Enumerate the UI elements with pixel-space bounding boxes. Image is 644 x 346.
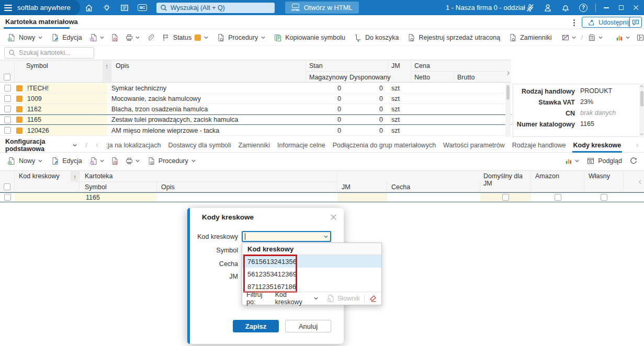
bc-icon[interactable]: BC [133, 0, 151, 15]
table-row[interactable]: !TECH! Symkar techniczny 0 0 szt [0, 83, 511, 94]
barcode-info-button[interactable] [87, 155, 106, 167]
send-button[interactable] [559, 31, 578, 44]
domyslny-checkbox[interactable] [502, 194, 509, 201]
hamburger-menu-icon[interactable] [4, 5, 12, 11]
help-icon[interactable]: ? [574, 0, 592, 15]
delete-doc-button[interactable] [108, 31, 121, 44]
dictionary-button[interactable]: Słownik [326, 294, 360, 303]
card-search-input[interactable] [19, 49, 91, 56]
column-symbol[interactable]: Symbol ↑ [15, 60, 111, 83]
row-checkbox[interactable] [4, 127, 11, 134]
lightbulb-icon[interactable] [98, 0, 116, 15]
tab-informacje-celne[interactable]: Informacje celne [277, 142, 325, 149]
edit-button[interactable]: Edycja [48, 31, 85, 44]
dropdown-option[interactable]: 7615613241356 [242, 255, 381, 268]
column-dysponowany[interactable]: Dysponowany [346, 72, 388, 83]
register-lost-sale-button[interactable]: Rejestruj sprzedaż utraconą [404, 31, 503, 44]
procedures-button[interactable]: Procedury [213, 31, 268, 44]
print-documents-button[interactable] [586, 31, 605, 44]
comments-button[interactable] [629, 17, 642, 28]
column-opis[interactable]: Opis [111, 60, 306, 83]
row-checkbox[interactable] [4, 106, 11, 112]
column-netto[interactable]: Netto [411, 72, 454, 83]
column-symbol[interactable]: Symbol [80, 182, 157, 192]
preview-button[interactable]: Podgląd [583, 155, 625, 167]
barcode-edit-button[interactable]: Edycja [48, 155, 85, 167]
filter-by-selector[interactable]: Kod kreskowy [275, 291, 318, 306]
more-options-kebab-icon[interactable] [570, 18, 578, 27]
dropdown-option[interactable]: 5612353412369 [242, 268, 381, 280]
user-icon[interactable] [539, 0, 557, 15]
sort-ascending-icon[interactable]: ↑ [103, 60, 111, 83]
tabs-scroll-right-icon[interactable] [636, 143, 639, 148]
barcode-delete-button[interactable] [108, 155, 121, 167]
new-button[interactable]: Nowy [4, 31, 46, 44]
column-brutto[interactable]: Brutto [454, 72, 505, 83]
company-selector[interactable]: 1 - Nasza firma 0 - oddział [446, 0, 534, 15]
collapse-panel-chevron[interactable] [638, 179, 642, 184]
barcode-print-button[interactable] [123, 155, 142, 167]
tab-dostawcy[interactable]: Dostawcy dla symboli [168, 142, 231, 149]
table-row[interactable]: 1009 Mocowanie, zacisk hamulcowy 0 0 szt [0, 94, 511, 104]
column-magazynowy[interactable]: Magazynowy [306, 72, 346, 83]
analysis-chart-button[interactable] [613, 31, 632, 44]
global-search-input[interactable] [171, 4, 272, 11]
tab-wartosci-parametrow[interactable]: Wartości parametrów [443, 142, 505, 149]
column-domyslny-dla-jm[interactable]: Domyślny dla JM [480, 171, 531, 192]
column-opis[interactable]: Opis [157, 182, 337, 192]
tab-zamienniki[interactable]: Zamienniki [239, 142, 270, 149]
notifications-bell-icon[interactable] [557, 0, 574, 15]
barcode-chart-button[interactable] [562, 155, 581, 167]
news-icon[interactable] [116, 0, 133, 15]
print-button[interactable] [123, 31, 142, 44]
select-all-checkbox[interactable] [4, 183, 10, 190]
row-checkbox[interactable] [4, 194, 11, 201]
sort-ascending-icon[interactable]: ↑ [71, 171, 79, 182]
barcode-combobox[interactable] [242, 231, 331, 242]
global-search[interactable] [156, 3, 275, 13]
status-button[interactable]: Status [159, 31, 211, 44]
row-checkbox[interactable] [4, 85, 11, 91]
table-row[interactable]: 120426 AM mięso mielone wieprzowe - tack… [0, 125, 511, 136]
dialog-close-icon[interactable] [329, 213, 337, 221]
window-maximize-button[interactable] [614, 0, 628, 15]
tab-lokalizacje[interactable]: :ja na lokalizacjach [106, 142, 161, 149]
add-to-basket-button[interactable]: Do koszyka [351, 31, 402, 44]
tab-kartoteka-materialowa[interactable]: Kartoteka materiałowa [5, 18, 78, 26]
details-scrollbar[interactable] [639, 84, 644, 137]
table-row-selected[interactable]: 1165 Zestaw tulei prowadzących, zacisk h… [0, 114, 511, 125]
save-button[interactable]: Zapisz [233, 320, 279, 332]
share-button[interactable]: Udostępnij [582, 17, 635, 28]
tab-kody-kreskowe[interactable]: Kody kreskowe [573, 142, 622, 149]
row-checkbox[interactable] [4, 95, 11, 102]
wlasny-checkbox[interactable] [601, 194, 607, 201]
tabs-scroll-left-icon[interactable] [96, 143, 99, 148]
tab-selector-dropdown[interactable]: Konfiguracja podstawowa [5, 138, 77, 153]
column-wlasny[interactable]: Własny [584, 171, 624, 192]
info-doc-button[interactable] [87, 31, 106, 44]
grid-scrollbar[interactable] [505, 83, 511, 137]
column-jm[interactable]: JM [337, 182, 387, 192]
amazon-checkbox[interactable] [555, 194, 561, 201]
open-in-html-button[interactable]: HTML Otwórz w HTML [285, 2, 359, 14]
expand-columns-chevron[interactable] [505, 67, 511, 79]
home-icon[interactable] [80, 0, 98, 15]
window-close-button[interactable] [628, 0, 643, 15]
table-row[interactable]: 1162 Blacha, trzon osadzenia hamulca 0 0… [0, 104, 511, 114]
microphone-off-icon[interactable] [521, 0, 539, 15]
column-jm[interactable]: JM [388, 60, 411, 83]
tab-podlaczenia[interactable]: Podłączenia do grup materiałowych [333, 142, 436, 149]
clear-filter-eraser-icon[interactable] [369, 294, 377, 303]
column-cecha[interactable]: Cecha [387, 182, 480, 192]
row-checkbox[interactable] [4, 117, 11, 123]
attachments-button[interactable] [144, 31, 156, 44]
copy-symbol-button[interactable]: Kopiowanie symbolu [270, 31, 348, 44]
card-search-box[interactable] [4, 47, 94, 59]
cancel-button[interactable]: Anuluj [285, 320, 331, 332]
window-minimize-button[interactable] [599, 0, 614, 15]
barcode-row-selected[interactable]: 1165 [0, 192, 644, 202]
barcode-new-button[interactable]: Nowy [4, 155, 46, 167]
barcode-refresh-button[interactable] [627, 155, 640, 167]
substitutes-button[interactable]: Zamienniki [505, 31, 555, 44]
tab-rodzaje-handlowe[interactable]: Rodzaje handlowe [512, 142, 566, 149]
